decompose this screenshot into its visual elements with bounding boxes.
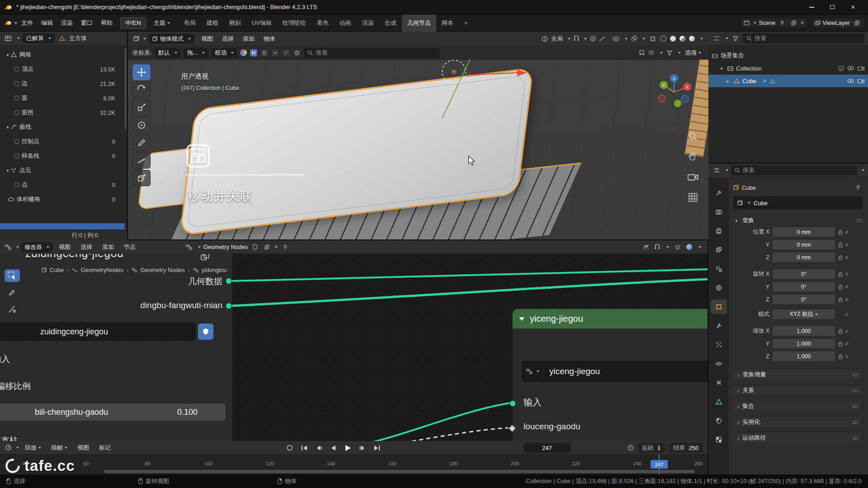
show-gizmo-icon[interactable] [613,36,619,42]
outliner-search-field[interactable]: 搜索 [743,33,864,43]
jump-to-start-button[interactable] [299,443,309,453]
disable-render-camera-icon[interactable] [858,79,864,84]
color-swatch-icon[interactable] [240,49,247,56]
overlays-toggle-icon[interactable] [674,243,682,251]
timeline-scrollbar[interactable] [104,470,695,473]
tree-row[interactable]: 面拐32.2K [0,105,127,120]
annotate-tool-button[interactable] [5,286,20,299]
lock-icon[interactable] [838,230,843,235]
selected-row-partial[interactable] [0,223,125,230]
tab-material-icon[interactable] [711,413,727,428]
filter-funnel-icon[interactable] [731,34,740,43]
copy-icon[interactable] [262,243,271,252]
snap-magnet-icon[interactable] [574,36,579,42]
menu-window[interactable]: 窗口 [77,17,97,29]
falloff-curve-icon[interactable] [599,36,605,42]
scale-x-field[interactable]: 1.000 [772,326,835,336]
editor-type-timeline-icon[interactable] [4,443,13,452]
maximize-button[interactable] [822,0,843,14]
location-z-field[interactable]: 0 mm [772,252,835,263]
scale-z-field[interactable]: 1.000 [772,351,835,361]
tab-shading[interactable]: 着色 [311,14,334,32]
timeline-editor[interactable]: 回放 插帧 视图 标记 247 起始1 结束250 40 60 [0,441,708,474]
annotate-tool-button[interactable] [132,135,151,151]
tab-sculpting[interactable]: 雕刻 [224,14,246,32]
animate-dot[interactable] [845,231,848,234]
camera-view-icon[interactable] [687,171,699,183]
rotation-x-field[interactable]: 0° [772,269,835,279]
tab-tool-icon[interactable] [711,186,727,200]
orientation-icon[interactable] [542,36,548,42]
snap-toggle-3[interactable] [282,49,290,57]
disable-render-camera-icon[interactable] [858,66,864,71]
node-tree-icon[interactable] [522,361,544,381]
minimize-button[interactable] [801,0,822,14]
menu-view[interactable]: 视图 [73,442,93,454]
tree-group-curve[interactable]: ▾曲线 [0,120,127,134]
links-cut-tool-button[interactable] [5,303,20,315]
panel-collections[interactable]: ›集合 [733,400,863,412]
panel-motion-paths[interactable]: ›运动路径 [733,432,863,444]
proportional-edit-icon[interactable] [590,36,596,42]
dataset-dropdown[interactable]: 已解算 [23,33,55,43]
tree-row[interactable]: 点0 [0,178,127,192]
go-to-parent-icon[interactable] [642,243,650,251]
add-workspace-button[interactable]: + [459,14,473,32]
snap-toggle-4[interactable] [293,49,301,57]
editor-type-properties-icon[interactable] [712,166,721,175]
tab-particles-icon[interactable] [711,338,727,352]
menu-select[interactable]: 选择 [218,33,238,45]
outliner-collection[interactable]: ▾ Collection ✓ [708,62,868,75]
menu-marker[interactable]: 标记 [95,442,115,454]
node-tree-icon[interactable] [184,243,193,252]
pin-icon[interactable] [778,19,787,28]
tree-group-pointcloud[interactable]: ▾点云 [0,163,127,178]
animate-dot[interactable] [845,330,848,333]
bookmark-icon[interactable] [639,50,644,56]
menu-playback[interactable]: 回放 [21,442,45,454]
orientation-dropdown[interactable]: 默认 [155,48,181,58]
group-object-selector[interactable]: yiceng-jiegou [522,361,708,382]
animate-dot[interactable] [845,343,848,345]
node-breadcrumb[interactable]: Cube› GeometryNodes› Geometry Nodes› yid… [42,267,227,273]
menu-view[interactable]: 视图 [55,241,75,253]
lock-icon[interactable] [838,354,843,359]
options-dropdown[interactable]: 选项 [685,49,701,57]
group-name-field[interactable]: zuidingceng-jiegou [0,323,195,341]
tab-render-icon[interactable] [711,205,727,219]
jump-to-end-button[interactable] [372,443,382,453]
edit-group-icon[interactable] [201,254,210,261]
animate-dot[interactable] [845,298,848,301]
drag-dropdown[interactable]: 拖... [184,48,209,58]
animate-dot[interactable] [845,313,848,316]
lock-icon[interactable] [838,242,843,248]
collection-checkbox[interactable]: ✓ [839,66,844,71]
tab-texture-paint[interactable]: 纹理喷绘 [277,14,311,32]
pan-hand-icon[interactable] [687,150,699,163]
animate-dot[interactable] [845,244,848,246]
pin-icon[interactable] [854,183,863,192]
snap-magnet-icon[interactable] [655,244,660,250]
viewer-sphere-icon[interactable] [686,244,692,250]
start-frame-field[interactable]: 起始1 [637,443,665,453]
animate-dot[interactable] [845,286,848,288]
properties-search-field[interactable]: 搜索 [731,165,857,175]
geometry-input-socket[interactable] [509,400,516,407]
lock-icon[interactable] [838,255,843,260]
blender-menu-icon[interactable] [4,19,13,28]
scale-tool-button[interactable] [132,99,151,116]
modifier-dropdown[interactable]: 修改器 [21,242,53,252]
next-keyframe-button[interactable] [357,443,367,453]
viewport-canvas[interactable]: 用户透视 (247) Collection | Cube 移动并关联 Z X Y [128,60,708,240]
shading-solid-icon[interactable] [670,36,676,42]
menu-node[interactable]: 节点 [120,241,140,253]
rotation-z-field[interactable]: 0° [772,294,835,305]
panel-delta-transform[interactable]: ›变换增量 [733,369,863,380]
menu-add[interactable]: 添加 [98,241,118,253]
tree-row-volume[interactable]: 体积栅格0 [0,192,127,206]
copy-icon[interactable] [789,19,798,28]
pin-icon[interactable] [281,243,290,252]
animate-dot[interactable] [845,273,848,276]
tree-row[interactable]: 面8.0K [0,91,127,105]
tab-view-layer-icon[interactable] [711,243,727,257]
